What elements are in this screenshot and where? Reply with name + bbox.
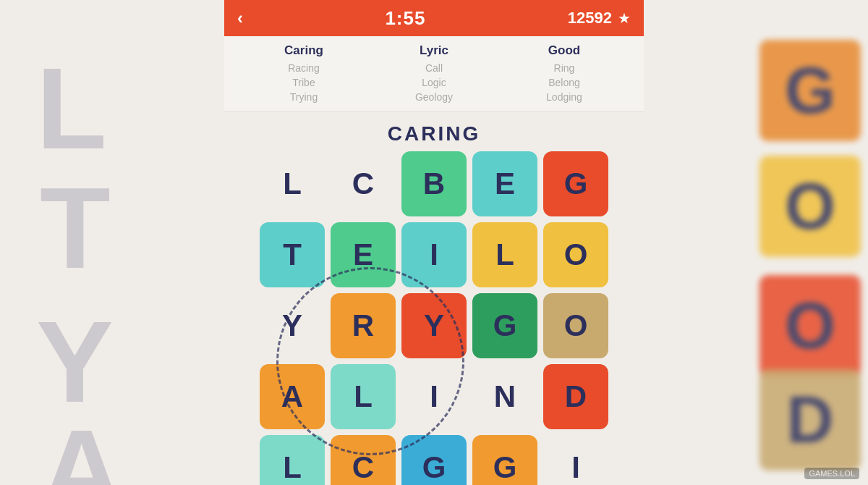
game-board[interactable]: LCBEGTEILOYRYGOALINDLCGGI — [260, 151, 608, 485]
board-cell-r2-c4[interactable]: O — [543, 293, 608, 358]
bg-letter-t: T — [40, 170, 111, 286]
word-trying: Trying — [239, 91, 369, 103]
watermark: GAMES.LOL — [804, 468, 859, 479]
board-cell-r0-c2[interactable]: B — [401, 151, 467, 216]
star-icon: ★ — [618, 9, 631, 27]
board-area: LCBEGTEILOYRYGOALINDLCGGI — [224, 151, 644, 485]
board-cell-r0-c4[interactable]: G — [543, 151, 608, 216]
word-belong: Belong — [499, 77, 629, 88]
game-container: ‹ 1:55 12592 ★ Caring Lyric Good Racing … — [224, 0, 644, 485]
board-cell-r0-c3[interactable]: E — [472, 151, 537, 216]
word-tribe: Tribe — [239, 77, 369, 88]
word-call: Call — [369, 62, 499, 74]
board-cell-r2-c3[interactable]: G — [472, 293, 537, 358]
back-button[interactable]: ‹ — [237, 8, 243, 28]
board-cell-r1-c4[interactable]: O — [543, 222, 608, 287]
bg-letter-y: Y — [36, 304, 114, 420]
board-cell-r4-c1[interactable]: C — [331, 435, 396, 485]
bg-letter-l: L — [36, 51, 107, 166]
category-lyric: Lyric — [369, 43, 499, 58]
board-cell-r4-c0[interactable]: L — [260, 435, 325, 485]
word-lodging: Lodging — [499, 91, 629, 103]
score-area: 12592 ★ — [568, 9, 631, 28]
board-cell-r1-c0[interactable]: T — [260, 222, 325, 287]
current-word-display: CARING — [224, 112, 644, 151]
board-cell-r3-c2[interactable]: I — [401, 364, 467, 429]
score-display: 12592 — [568, 9, 612, 28]
board-cell-r3-c0[interactable]: A — [260, 364, 325, 429]
board-cell-r4-c2[interactable]: G — [401, 435, 467, 485]
word-racing: Racing — [239, 62, 369, 74]
board-cell-r0-c1[interactable]: C — [331, 151, 396, 216]
header: ‹ 1:55 12592 ★ — [224, 0, 644, 36]
board-cell-r3-c4[interactable]: D — [543, 364, 608, 429]
bg-tile-o1: O — [760, 156, 861, 257]
board-cell-r1-c1[interactable]: E — [331, 222, 396, 287]
bg-tile-d: D — [760, 369, 861, 471]
word-geology: Geology — [369, 91, 499, 103]
timer-display: 1:55 — [385, 7, 425, 30]
word-list-panel: Caring Lyric Good Racing Call Ring Tribe… — [224, 36, 644, 112]
word-logic: Logic — [369, 77, 499, 88]
board-cell-r2-c0[interactable]: Y — [260, 293, 325, 358]
bg-tile-g: G — [760, 40, 861, 141]
word-ring: Ring — [499, 62, 629, 74]
board-cell-r3-c1[interactable]: L — [331, 364, 396, 429]
bg-tile-o2: O — [760, 275, 861, 376]
board-cell-r1-c3[interactable]: L — [472, 222, 537, 287]
board-cell-r2-c2[interactable]: Y — [401, 293, 467, 358]
category-caring: Caring — [239, 43, 369, 58]
board-cell-r2-c1[interactable]: R — [331, 293, 396, 358]
board-cell-r0-c0[interactable]: L — [260, 151, 325, 216]
board-cell-r4-c3[interactable]: G — [472, 435, 537, 485]
board-cell-r4-c4[interactable]: I — [543, 435, 608, 485]
category-good: Good — [499, 43, 629, 58]
board-cell-r3-c3[interactable]: N — [472, 364, 537, 429]
bg-letter-a: A — [40, 413, 124, 485]
board-cell-r1-c2[interactable]: I — [401, 222, 467, 287]
